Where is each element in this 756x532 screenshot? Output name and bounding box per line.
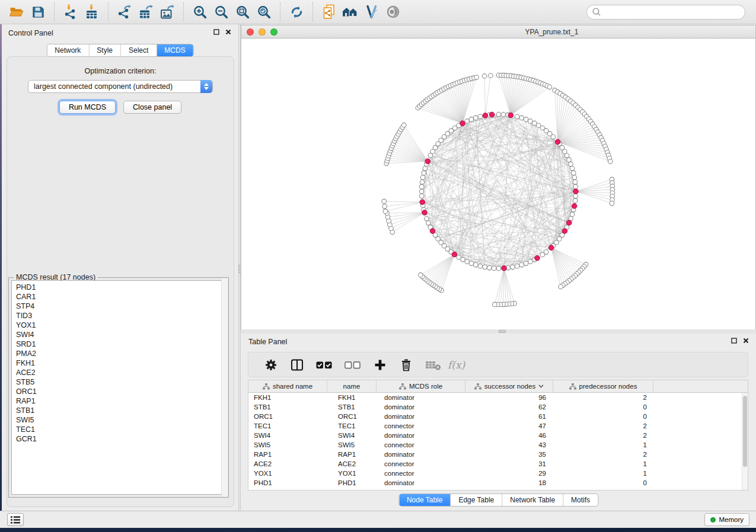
tab-network[interactable]: Network <box>47 44 88 56</box>
network-window: YPA_prune.txt_1 <box>241 25 756 329</box>
search-input[interactable] <box>601 6 745 18</box>
table-cell: ACE2 <box>327 460 377 467</box>
table-scrollbar-thumb[interactable] <box>743 396 747 467</box>
import-network-icon[interactable] <box>62 3 79 21</box>
delete-table-icon <box>423 356 444 374</box>
table-row[interactable]: TEC1TEC1connector472 <box>248 421 748 431</box>
tab-network-table[interactable]: Network Table <box>502 494 563 506</box>
zoom-in-icon[interactable] <box>191 3 209 21</box>
float-panel-icon[interactable] <box>213 29 219 35</box>
tab-node-table[interactable]: Node Table <box>399 494 451 506</box>
right-workspace: YPA_prune.txt_1 Table Panel <box>241 24 756 511</box>
mcds-list-scrollbar[interactable] <box>221 278 228 496</box>
zoom-selected-icon[interactable] <box>255 3 273 21</box>
table-cell: STB1 <box>248 403 327 411</box>
column-header-shared-name[interactable]: shared name <box>248 380 327 392</box>
delete-column-icon[interactable] <box>397 356 415 374</box>
mcds-result-item[interactable]: STB5 <box>16 377 225 387</box>
table-cell: 29 <box>465 470 553 477</box>
table-row[interactable]: YOX1YOX1connector291 <box>248 469 748 478</box>
refresh-icon[interactable] <box>288 3 305 21</box>
mcds-result-item[interactable]: SWI5 <box>16 415 225 425</box>
close-panel-icon[interactable] <box>743 338 749 344</box>
table-row[interactable]: PHD1PHD1dominator180 <box>248 478 748 488</box>
column-header-MCDS-role[interactable]: MCDS role <box>377 380 465 392</box>
column-header-predecessor-nodes[interactable]: predecessor nodes <box>553 380 653 392</box>
run-mcds-button[interactable]: Run MCDS <box>59 101 116 114</box>
table-cell: 35 <box>465 451 553 458</box>
tab-mcds[interactable]: MCDS <box>156 44 193 56</box>
mcds-result-item[interactable]: SWI4 <box>16 330 225 339</box>
toolbar-separator <box>183 2 184 21</box>
table-row[interactable]: ORC1ORC1dominator610 <box>248 412 748 421</box>
table-cell: 2 <box>553 422 653 430</box>
network-window-titlebar[interactable]: YPA_prune.txt_1 <box>241 25 755 39</box>
table-row[interactable]: STB1STB1dominator620 <box>248 402 748 412</box>
table-cell: RAP1 <box>248 451 327 458</box>
export-network-icon[interactable] <box>116 3 133 21</box>
mcds-result-item[interactable]: PMA2 <box>16 349 225 358</box>
houses-icon[interactable] <box>342 3 359 21</box>
table-row[interactable]: ACE2ACE2connector311 <box>248 459 748 469</box>
vizmap-v-icon[interactable] <box>363 3 381 21</box>
mcds-result-item[interactable]: ACE2 <box>16 368 225 377</box>
node-table: shared namenameMCDS rolesuccessor nodesp… <box>248 380 748 491</box>
import-table-icon[interactable] <box>83 3 101 21</box>
horizontal-splitter[interactable] <box>241 329 756 334</box>
mcds-result-item[interactable]: TID3 <box>16 311 225 321</box>
main-toolbar <box>0 0 756 24</box>
table-scrollbar[interactable] <box>742 393 748 490</box>
table-cell: dominator <box>377 451 465 458</box>
network-canvas[interactable] <box>241 39 755 329</box>
unselect-all-columns-icon[interactable] <box>343 356 363 374</box>
mcds-result-item[interactable]: PHD1 <box>16 283 225 292</box>
memory-button[interactable]: Memory <box>704 513 749 526</box>
save-icon[interactable] <box>29 3 47 21</box>
eye-icon[interactable] <box>384 3 402 21</box>
column-header-successor-nodes[interactable]: successor nodes <box>465 380 553 392</box>
export-table-icon[interactable] <box>137 3 155 21</box>
horizontal-splitter-grip[interactable] <box>499 330 506 333</box>
table-row[interactable]: SWI4SWI4dominator462 <box>248 431 748 440</box>
mcds-result-item[interactable]: ORC1 <box>16 387 225 396</box>
minimize-window-icon[interactable] <box>259 28 266 36</box>
tab-motifs[interactable]: Motifs <box>563 494 598 506</box>
tab-select[interactable]: Select <box>120 44 156 56</box>
tab-edge-table[interactable]: Edge Table <box>450 494 502 506</box>
table-cell: dominator <box>377 403 465 411</box>
table-row[interactable]: RAP1RAP1dominator352 <box>248 450 748 459</box>
maximize-window-icon[interactable] <box>270 28 277 36</box>
column-header-name[interactable]: name <box>327 380 377 392</box>
table-cell: 62 <box>465 403 553 411</box>
mcds-result-item[interactable]: CAR1 <box>16 292 225 302</box>
table-cell: TEC1 <box>327 422 377 430</box>
close-panel-icon[interactable] <box>225 29 231 35</box>
task-history-button[interactable] <box>7 513 24 526</box>
zoom-out-icon[interactable] <box>212 3 230 21</box>
float-panel-icon[interactable] <box>731 338 737 344</box>
open-folder-icon[interactable] <box>8 3 25 21</box>
mcds-result-item[interactable]: STP4 <box>16 302 225 311</box>
export-image-icon[interactable] <box>158 3 176 21</box>
mcds-result-item[interactable]: GCR1 <box>16 434 225 444</box>
create-column-icon[interactable] <box>371 356 389 374</box>
mcds-result-item[interactable]: STB1 <box>16 406 225 415</box>
table-row[interactable]: FKH1FKH1dominator962 <box>248 393 748 402</box>
table-cell: 96 <box>465 394 553 401</box>
mcds-result-item[interactable]: SRD1 <box>16 339 225 349</box>
zoom-fit-icon[interactable] <box>234 3 251 21</box>
close-panel-button[interactable]: Close panel <box>123 101 181 114</box>
mcds-result-item[interactable]: YOX1 <box>16 321 225 330</box>
mcds-result-item[interactable]: RAP1 <box>16 396 225 406</box>
gear-icon[interactable] <box>262 356 280 374</box>
table-cell: FKH1 <box>327 394 377 401</box>
select-all-columns-icon[interactable] <box>314 356 334 374</box>
close-window-icon[interactable] <box>247 28 254 36</box>
tab-style[interactable]: Style <box>88 44 120 56</box>
network-document-icon[interactable] <box>320 3 338 21</box>
mcds-result-item[interactable]: TEC1 <box>16 425 225 434</box>
mcds-result-item[interactable]: FKH1 <box>16 358 225 368</box>
table-row[interactable]: SWI5SWI5connector431 <box>248 440 748 450</box>
criterion-dropdown[interactable]: largest connected component (undirected) <box>28 80 213 93</box>
show-columns-icon[interactable] <box>288 356 306 374</box>
